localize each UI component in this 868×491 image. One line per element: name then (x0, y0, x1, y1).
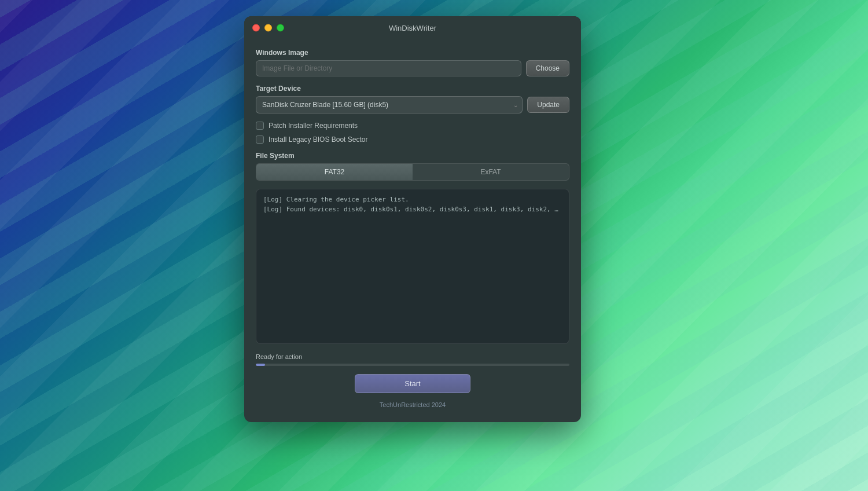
choose-button[interactable]: Choose (526, 60, 569, 76)
exfat-option[interactable]: ExFAT (413, 164, 569, 180)
status-text: Ready for action (256, 353, 569, 360)
footer-text: TechUnRestricted 2024 (256, 401, 569, 408)
traffic-lights (252, 24, 284, 32)
patch-installer-label: Patch Installer Requirements (269, 122, 358, 130)
window-content: Windows Image Choose Target Device SanDi… (244, 39, 581, 422)
windiskwriter-window: WinDiskWriter Windows Image Choose Targe… (244, 16, 581, 422)
close-button[interactable] (252, 24, 260, 32)
log-area: [Log] Clearing the device picker list. [… (256, 189, 569, 344)
titlebar: WinDiskWriter (244, 16, 581, 39)
log-line-1: [Log] Clearing the device picker list. (263, 195, 562, 205)
file-system-segmented-control: FAT32 ExFAT (256, 163, 569, 181)
log-line-2: [Log] Found devices: disk0, disk0s1, dis… (263, 205, 562, 215)
windows-image-row: Choose (256, 60, 569, 76)
image-file-input[interactable] (256, 60, 521, 76)
file-system-label: File System (256, 152, 569, 160)
install-legacy-bios-row: Install Legacy BIOS Boot Sector (256, 135, 569, 144)
target-device-row: SanDisk Cruzer Blade [15.60 GB] (disk5) … (256, 96, 569, 113)
maximize-button[interactable] (277, 24, 284, 32)
install-legacy-bios-checkbox[interactable] (256, 135, 264, 144)
target-device-select[interactable]: SanDisk Cruzer Blade [15.60 GB] (disk5) (256, 96, 523, 113)
target-device-select-wrapper: SanDisk Cruzer Blade [15.60 GB] (disk5) … (256, 96, 523, 113)
minimize-button[interactable] (264, 24, 272, 32)
patch-installer-row: Patch Installer Requirements (256, 122, 569, 130)
start-button[interactable]: Start (355, 374, 470, 393)
progress-fill (256, 364, 265, 366)
patch-installer-checkbox[interactable] (256, 122, 264, 130)
install-legacy-bios-label: Install Legacy BIOS Boot Sector (269, 135, 367, 144)
window-title: WinDiskWriter (389, 24, 436, 32)
update-button[interactable]: Update (527, 97, 569, 113)
windows-image-label: Windows Image (256, 49, 569, 57)
fat32-option[interactable]: FAT32 (256, 164, 413, 180)
target-device-label: Target Device (256, 85, 569, 93)
file-system-section: File System FAT32 ExFAT (256, 152, 569, 181)
progress-track (256, 364, 569, 366)
